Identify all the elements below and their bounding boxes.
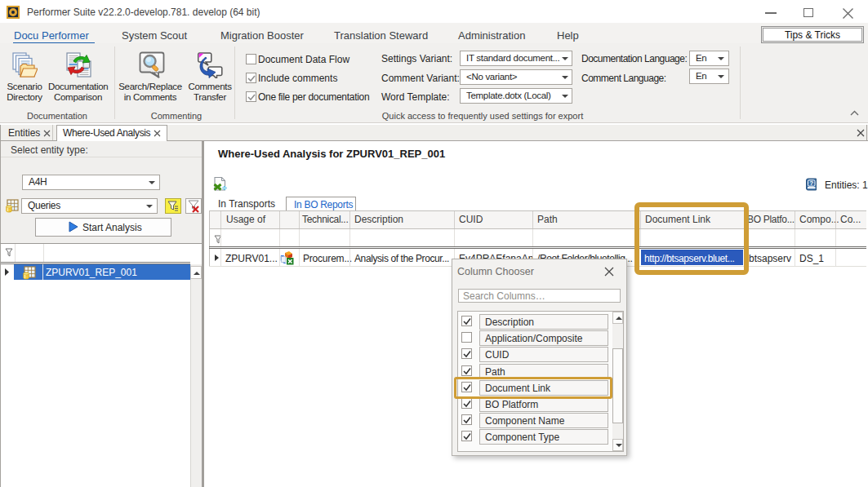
- svg-text:?: ?: [809, 179, 813, 187]
